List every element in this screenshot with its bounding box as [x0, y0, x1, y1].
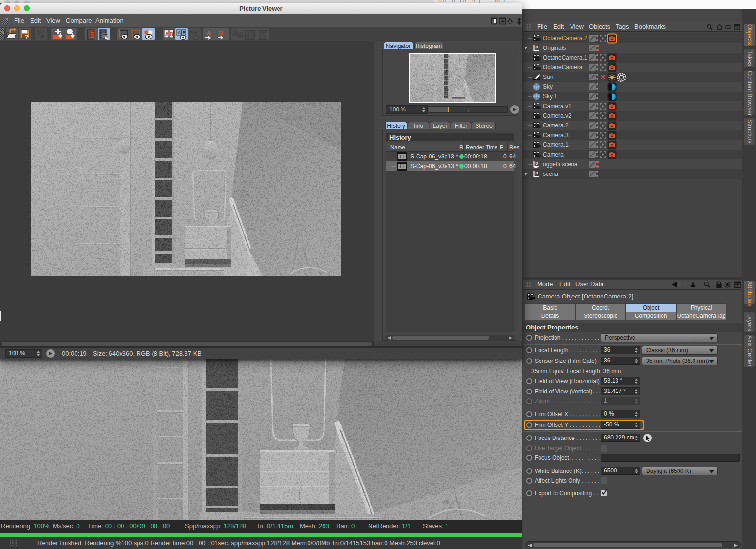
svg-text:?: ? — [25, 34, 28, 41]
svg-text:D: D — [250, 34, 254, 40]
svg-text:B: B — [219, 30, 223, 37]
svg-text:B: B — [170, 31, 174, 37]
svg-text:A: A — [178, 30, 181, 35]
svg-text:0: 0 — [536, 161, 538, 166]
svg-text:3: 3 — [263, 34, 266, 40]
svg-text:B: B — [238, 32, 242, 38]
svg-text:A: A — [233, 31, 237, 36]
svg-text:1: 1 — [259, 34, 262, 40]
svg-text:B: B — [246, 34, 249, 40]
svg-text:B: B — [183, 30, 186, 35]
svg-text:AB: AB — [189, 30, 197, 35]
svg-text:A: A — [206, 30, 211, 37]
svg-text:A: A — [165, 31, 169, 37]
svg-text:0: 0 — [536, 45, 538, 49]
svg-text:0: 0 — [536, 171, 538, 175]
